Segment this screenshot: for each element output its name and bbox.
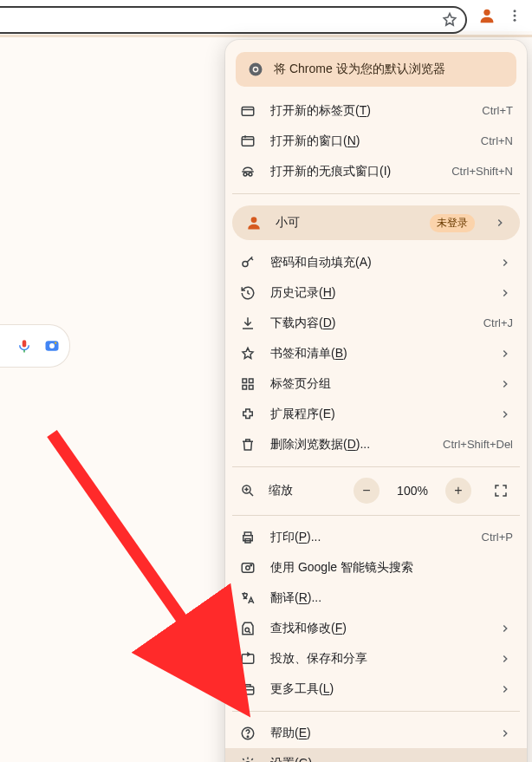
menu-item-zoom: 缩放 − 100% + — [225, 473, 527, 508]
microphone-icon[interactable] — [16, 337, 33, 355]
menu-label: 打开新的无痕式窗口(I) — [270, 164, 438, 179]
search-pill[interactable] — [0, 324, 70, 368]
svg-point-27 — [245, 628, 250, 632]
menu-item-extensions[interactable]: 扩展程序(E) — [225, 399, 527, 429]
menu-item-tab-groups[interactable]: 标签页分组 — [225, 368, 527, 399]
default-browser-banner[interactable]: 将 Chrome 设为您的默认浏览器 — [236, 52, 516, 87]
svg-point-17 — [243, 261, 248, 266]
lens-icon[interactable] — [43, 337, 61, 355]
menu-label: 书签和清单(B) — [270, 346, 483, 361]
svg-rect-21 — [250, 385, 254, 389]
menu-label: 下载内容(D) — [270, 316, 470, 331]
menu-item-help[interactable]: 帮助(E) — [225, 718, 527, 748]
lens-search-icon — [239, 559, 256, 576]
star-icon — [239, 345, 256, 362]
menu-label: 删除浏览数据(D)... — [270, 437, 429, 453]
svg-line-33 — [52, 433, 230, 687]
svg-point-8 — [55, 342, 56, 344]
grid-icon — [239, 375, 256, 393]
menu-item-new-tab[interactable]: 打开新的标签页(T) Ctrl+T — [225, 95, 527, 126]
zoom-percentage: 100% — [392, 484, 433, 498]
chevron-right-icon — [497, 285, 513, 301]
window-icon — [239, 133, 256, 150]
fullscreen-icon[interactable] — [489, 479, 513, 503]
shortcut: Ctrl+T — [482, 104, 513, 117]
svg-point-2 — [514, 15, 516, 17]
menu-label: 查找和修改(F) — [270, 621, 483, 636]
browser-toolbar — [0, 0, 532, 31]
zoom-in-button[interactable]: + — [445, 478, 471, 504]
shortcut: Ctrl+N — [481, 134, 513, 147]
menu-item-profile[interactable]: 小可 未登录 — [232, 205, 520, 240]
menu-item-clear-data[interactable]: 删除浏览数据(D)... Ctrl+Shift+Del — [225, 429, 527, 459]
profile-avatar-icon[interactable] — [477, 5, 497, 26]
svg-rect-4 — [23, 340, 27, 347]
menu-label: 历史记录(H) — [270, 285, 483, 301]
profile-status-badge: 未登录 — [430, 214, 475, 232]
chevron-right-icon — [497, 376, 513, 392]
svg-point-25 — [246, 565, 250, 570]
menu-item-find[interactable]: 查找和修改(F) — [225, 613, 527, 643]
toolbar-divider — [0, 35, 532, 37]
menu-label: 打开新的标签页(T) — [270, 103, 468, 119]
history-icon — [239, 284, 256, 302]
chevron-right-icon — [497, 255, 513, 270]
menu-item-more-tools[interactable]: 更多工具(L) — [225, 674, 527, 704]
person-icon — [244, 213, 263, 232]
zoom-label: 缩放 — [269, 483, 341, 498]
menu-label: 投放、保存和分享 — [270, 651, 483, 667]
shortcut: Ctrl+Shift+N — [451, 165, 513, 178]
print-icon — [239, 529, 256, 546]
chrome-icon — [248, 62, 263, 77]
svg-point-16 — [251, 217, 257, 223]
shortcut: Ctrl+P — [482, 531, 513, 544]
menu-label: 扩展程序(E) — [270, 407, 483, 422]
svg-rect-13 — [242, 136, 254, 146]
menu-item-lens-search[interactable]: 使用 Google 智能镜头搜索 — [225, 552, 527, 583]
svg-point-31 — [247, 736, 249, 738]
menu-label: 更多工具(L) — [270, 681, 483, 697]
kebab-menu-icon[interactable] — [504, 5, 525, 26]
menu-item-translate[interactable]: 翻译(R)... — [225, 583, 527, 613]
tab-icon — [239, 102, 256, 120]
menu-label: 密码和自动填充(A) — [270, 255, 483, 270]
menu-item-print[interactable]: 打印(P)... Ctrl+P — [225, 522, 527, 552]
menu-item-cast[interactable]: 投放、保存和分享 — [225, 643, 527, 674]
menu-item-history[interactable]: 历史记录(H) — [225, 277, 527, 308]
menu-separator — [225, 188, 527, 199]
svg-rect-12 — [242, 107, 254, 115]
download-icon — [239, 315, 256, 332]
menu-label: 设置(G) — [270, 756, 513, 763]
menu-item-passwords[interactable]: 密码和自动填充(A) — [225, 247, 527, 277]
chevron-right-icon — [497, 621, 513, 636]
svg-point-0 — [483, 10, 490, 16]
chrome-main-menu: 将 Chrome 设为您的默认浏览器 打开新的标签页(T) Ctrl+T 打开新… — [225, 40, 527, 762]
menu-label: 标签页分组 — [270, 376, 483, 392]
menu-item-settings[interactable]: 设置(G) — [225, 748, 527, 762]
bookmark-star-icon[interactable] — [441, 11, 458, 29]
profile-name: 小可 — [276, 215, 418, 231]
menu-separator — [225, 510, 527, 520]
chevron-right-icon — [497, 681, 513, 697]
menu-item-new-window[interactable]: 打开新的窗口(N) Ctrl+N — [225, 126, 527, 156]
menu-separator — [225, 706, 527, 716]
svg-point-1 — [514, 10, 516, 12]
toolbox-icon — [239, 681, 256, 698]
help-icon — [239, 725, 256, 742]
svg-point-26 — [250, 564, 252, 566]
shortcut: Ctrl+Shift+Del — [443, 438, 513, 451]
chevron-right-icon — [492, 215, 508, 231]
menu-label: 打开新的窗口(N) — [270, 134, 467, 149]
menu-item-bookmarks[interactable]: 书签和清单(B) — [225, 338, 527, 368]
menu-item-downloads[interactable]: 下载内容(D) Ctrl+J — [225, 308, 527, 338]
omnibox-fragment[interactable] — [0, 6, 467, 34]
svg-point-14 — [243, 173, 247, 176]
svg-rect-20 — [243, 385, 247, 389]
chevron-right-icon — [497, 407, 513, 422]
extension-icon — [239, 406, 256, 423]
key-icon — [239, 254, 256, 271]
trash-icon — [239, 436, 256, 453]
zoom-out-button[interactable]: − — [354, 478, 380, 504]
menu-item-incognito[interactable]: 打开新的无痕式窗口(I) Ctrl+Shift+N — [225, 156, 527, 186]
find-icon — [239, 620, 256, 637]
